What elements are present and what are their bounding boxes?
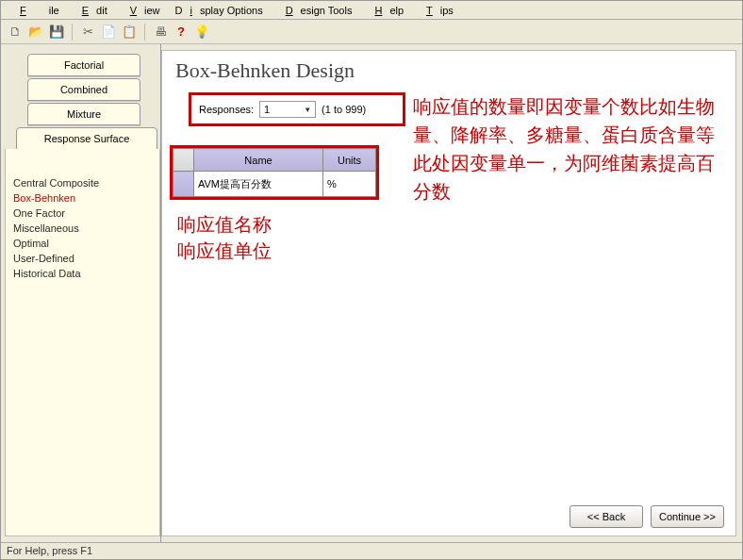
menu-bar: File Edit View Display Options Design To…: [1, 1, 742, 20]
responses-label: Responses:: [199, 104, 254, 115]
sidebar-item-optimal[interactable]: Optimal: [13, 236, 152, 251]
annotation-left: 响应值名称 响应值单位: [177, 211, 272, 264]
wizard-buttons: << Back Continue >>: [570, 505, 724, 528]
menu-design-tools[interactable]: Design Tools: [271, 3, 360, 18]
sidebar-tabs: Factorial Combined Mixture Response Surf…: [1, 44, 160, 148]
sidebar-item-box-behnken[interactable]: Box-Behnken: [13, 190, 152, 206]
status-bar: For Help, press F1: [1, 542, 742, 559]
menu-display-options[interactable]: Display Options: [168, 3, 271, 18]
menu-edit[interactable]: Edit: [67, 3, 115, 18]
cell-name[interactable]: AVM提高百分数: [194, 172, 323, 197]
col-name: Name: [194, 149, 323, 172]
row-header: [173, 172, 194, 197]
annotation-left-2: 响应值单位: [177, 238, 272, 264]
responses-value: 1: [264, 104, 270, 115]
responses-box: Responses: 1 ▼ (1 to 999): [189, 92, 405, 126]
cut-icon[interactable]: ✂: [79, 24, 96, 41]
menu-file[interactable]: File: [5, 3, 67, 18]
back-button[interactable]: << Back: [570, 505, 643, 528]
responses-select[interactable]: 1 ▼: [259, 101, 316, 118]
tab-combined[interactable]: Combined: [27, 78, 140, 101]
menu-help[interactable]: Help: [359, 3, 411, 18]
menu-view[interactable]: View: [115, 3, 168, 18]
sidebar-item-one-factor[interactable]: One Factor: [13, 206, 152, 221]
col-units: Units: [323, 149, 376, 172]
menu-tips[interactable]: Tips: [411, 3, 461, 18]
toolbar: 🗋 📂 💾 ✂ 📄 📋 🖶 ? 💡: [1, 20, 742, 44]
continue-button[interactable]: Continue >>: [651, 505, 724, 528]
help-icon[interactable]: ?: [173, 24, 190, 41]
sidebar-item-miscellaneous[interactable]: Miscellaneous: [13, 221, 152, 236]
page-title: Box-Behnken Design: [175, 58, 355, 83]
sidebar-item-user-defined[interactable]: User-Defined: [13, 251, 152, 266]
annotation-right: 响应值的数量即因变量个数比如生物量、降解率、多糖量、蛋白质含量等 此处因变量单一…: [413, 92, 715, 206]
open-icon[interactable]: 📂: [27, 24, 44, 41]
tab-mixture[interactable]: Mixture: [27, 103, 140, 125]
copy-icon[interactable]: 📄: [100, 24, 117, 41]
sidebar-panel: Central Composite Box-Behnken One Factor…: [5, 149, 160, 536]
tab-response-surface[interactable]: Response Surface: [16, 127, 157, 150]
responses-range: (1 to 999): [322, 104, 366, 115]
sidebar-item-historical-data[interactable]: Historical Data: [13, 266, 152, 281]
sidebar-item-central-composite[interactable]: Central Composite: [13, 175, 152, 190]
responses-table: Name Units AVM提高百分数 %: [170, 145, 379, 200]
print-icon[interactable]: 🖶: [152, 24, 169, 41]
lightbulb-icon[interactable]: 💡: [193, 24, 210, 41]
separator: [72, 24, 73, 41]
paste-icon[interactable]: 📋: [121, 24, 138, 41]
main-area: Factorial Combined Mixture Response Surf…: [1, 44, 742, 542]
table-corner: [173, 149, 194, 172]
annotation-left-1: 响应值名称: [177, 211, 272, 238]
chevron-down-icon: ▼: [304, 106, 311, 114]
tab-factorial[interactable]: Factorial: [27, 54, 140, 76]
new-icon[interactable]: 🗋: [7, 24, 24, 41]
table-row: AVM提高百分数 %: [173, 172, 376, 197]
cell-units[interactable]: %: [323, 172, 376, 197]
content-panel: Box-Behnken Design Responses: 1 ▼ (1 to …: [161, 50, 736, 536]
save-icon[interactable]: 💾: [48, 24, 65, 41]
separator: [144, 24, 145, 41]
sidebar: Factorial Combined Mixture Response Surf…: [1, 44, 161, 542]
